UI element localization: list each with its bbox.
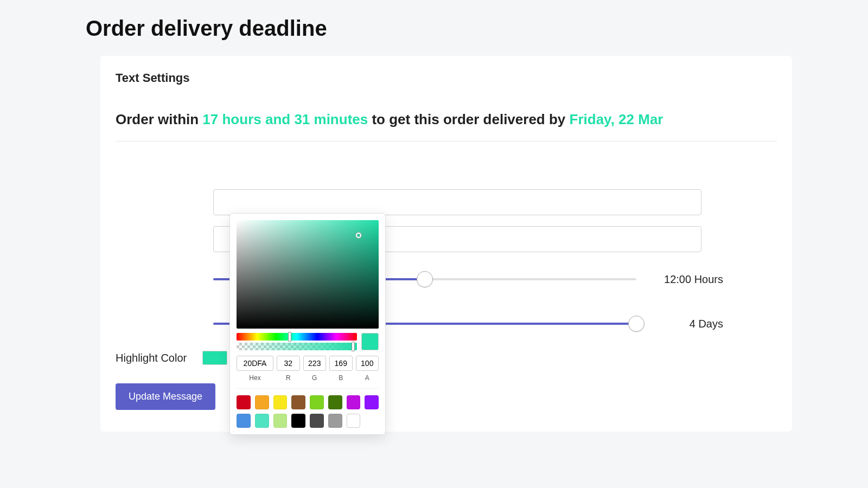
color-preview-swatch — [361, 333, 379, 350]
preview-middle: to get this order delivered by — [368, 111, 569, 127]
update-message-button[interactable]: Update Message — [116, 383, 215, 410]
preset-swatch[interactable] — [310, 414, 324, 428]
color-picker-popover: Hex R G B A — [229, 213, 386, 435]
preset-swatch[interactable] — [328, 414, 342, 428]
highlight-color-swatch[interactable] — [202, 351, 227, 365]
preset-swatch[interactable] — [255, 395, 269, 409]
preset-swatch[interactable] — [365, 395, 379, 409]
g-label: G — [303, 374, 327, 382]
preset-colors — [237, 388, 379, 428]
sat-val-cursor[interactable] — [356, 233, 361, 238]
preset-swatch[interactable] — [273, 414, 288, 428]
b-label: B — [329, 374, 353, 382]
preset-swatch[interactable] — [291, 395, 305, 409]
preview-prefix: Order within — [116, 111, 202, 127]
hours-slider-value: 12:00 Hours — [647, 273, 723, 286]
preset-swatch[interactable] — [328, 395, 342, 409]
a-input[interactable] — [356, 356, 379, 371]
delivery-preview-text: Order within 17 hours and 31 minutes to … — [116, 111, 777, 128]
preview-time-highlight: 17 hours and 31 minutes — [202, 111, 368, 127]
divider — [116, 141, 777, 142]
saturation-value-area[interactable] — [237, 220, 379, 329]
hue-thumb[interactable] — [288, 332, 291, 342]
hue-slider[interactable] — [237, 333, 357, 341]
preset-swatch[interactable] — [310, 395, 324, 409]
preset-swatch[interactable] — [273, 395, 288, 409]
highlight-color-label: Highlight Color — [116, 352, 202, 364]
page-title: Order delivery deadline — [86, 16, 868, 41]
alpha-thumb[interactable] — [352, 342, 355, 351]
preset-swatch[interactable] — [237, 395, 251, 409]
hours-slider-thumb[interactable] — [417, 271, 433, 287]
days-slider-value: 4 Days — [647, 318, 723, 330]
g-input[interactable] — [303, 356, 327, 371]
r-input[interactable] — [277, 356, 300, 371]
a-label: A — [356, 374, 379, 382]
preset-swatch[interactable] — [255, 414, 269, 428]
preset-swatch[interactable] — [347, 414, 361, 428]
preview-date-highlight: Friday, 22 Mar — [570, 111, 663, 127]
preset-swatch[interactable] — [347, 395, 361, 409]
hex-input[interactable] — [237, 356, 273, 371]
b-input[interactable] — [329, 356, 353, 371]
preset-swatch[interactable] — [237, 414, 251, 428]
preset-swatch[interactable] — [291, 414, 305, 428]
hex-label: Hex — [237, 374, 273, 382]
days-slider-thumb[interactable] — [628, 316, 644, 332]
alpha-slider[interactable] — [237, 343, 357, 350]
r-label: R — [277, 374, 300, 382]
settings-card: Text Settings Order within 17 hours and … — [100, 56, 792, 432]
section-title: Text Settings — [116, 71, 777, 85]
text-field-1[interactable] — [213, 189, 701, 215]
